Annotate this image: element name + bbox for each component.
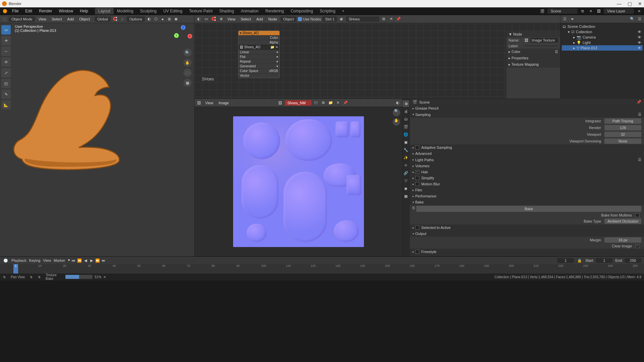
panel-lightpaths[interactable]: ▸Light Paths☰ (410, 157, 644, 163)
bake-button[interactable]: Bake (416, 206, 641, 212)
panel-freestyle[interactable]: ▸Freestyle (410, 249, 644, 255)
shading-wire-icon[interactable]: ⬡ (153, 16, 159, 22)
editor-shader-icon[interactable]: ◐ (196, 16, 202, 22)
panel-output[interactable]: ▾Output (410, 231, 644, 237)
tab-modifier[interactable]: 🔧 (402, 146, 409, 153)
colorspace-select[interactable]: sRGB (269, 69, 278, 73)
panel-performance[interactable]: ▸Performance (410, 193, 644, 199)
camera-row[interactable]: Camera (583, 35, 596, 39)
use-nodes-toggle[interactable]: Use Nodes (298, 17, 321, 21)
panel-colormgmt[interactable]: ▸Color Management (410, 255, 644, 256)
axis-z-icon[interactable]: Z (181, 25, 185, 30)
shading-matprev-icon[interactable]: ◍ (166, 16, 172, 22)
tool-select-box[interactable]: ▭ (1, 25, 11, 35)
panel-film[interactable]: ▸Film (410, 187, 644, 193)
current-frame-field[interactable]: 1 (557, 258, 574, 263)
pivot-icon[interactable]: ⊕ (218, 16, 224, 22)
axis-x-icon[interactable]: X (187, 34, 192, 39)
panel-advanced[interactable]: ▸Advanced (410, 150, 644, 157)
tab-sculpting[interactable]: Sculpting (137, 8, 160, 14)
tab-data[interactable]: ▽ (402, 177, 409, 184)
mode-select[interactable]: Object Mode (9, 16, 35, 22)
filter-options-icon[interactable]: ☰ (637, 16, 643, 22)
light-row[interactable]: Light (583, 41, 591, 45)
margin-field[interactable]: 16 px (604, 237, 641, 243)
frame-start-field[interactable]: 1 (596, 258, 612, 263)
vp-menu-object[interactable]: Object (77, 16, 92, 22)
timeline-type-icon[interactable]: 🕒 (3, 257, 9, 263)
next-key-icon[interactable]: ⏩ (95, 258, 100, 263)
jump-end-icon[interactable]: ⏭ (101, 258, 106, 263)
breadcrumb[interactable]: Scene (419, 100, 430, 104)
material-name-field[interactable]: SHoes (346, 16, 379, 22)
out-color[interactable]: Color (270, 36, 278, 40)
viewport-samples-field[interactable]: 32 (604, 132, 641, 137)
tab-texturepaint[interactable]: Texture Paint (186, 8, 216, 14)
menu-render[interactable]: Render (36, 8, 55, 14)
node-label-field[interactable] (525, 46, 558, 46)
scene-field[interactable]: Scene (547, 8, 578, 14)
pan-icon[interactable]: ✋ (183, 59, 192, 67)
outliner[interactable]: ☰ ⏷ 🔍 ☰ 🗂Scene Collection ▾☑Collection👁 … (560, 15, 644, 99)
persp-icon[interactable]: ▦ (183, 79, 192, 87)
cancel-bake-icon[interactable]: ✕ (103, 275, 106, 279)
tab-shading[interactable]: Shading (216, 8, 237, 14)
tab-viewlayer[interactable]: 🗂 (402, 116, 409, 122)
imged-type-icon[interactable]: 🖼 (196, 100, 202, 106)
tab-animation[interactable]: Animation (237, 8, 262, 14)
imged-image[interactable]: Image (217, 100, 231, 106)
panel-motionblur[interactable]: ▸Motion Blur (410, 181, 644, 187)
timeline[interactable]: 🕒 Playback Keying View Marker ● ⏮ ⏪ ◀ ▶ … (0, 256, 644, 273)
nav-gizmo[interactable]: Z Y X (173, 25, 192, 44)
orientation-select[interactable]: Global (95, 16, 111, 22)
img-pan-icon[interactable]: ✋ (393, 118, 400, 126)
menu-help[interactable]: Help (77, 8, 91, 14)
panel-properties[interactable]: ▸ Properties (506, 55, 560, 61)
select-tool-icon[interactable]: ▭ (203, 16, 209, 22)
new-image-icon[interactable]: ⧉ (320, 100, 326, 106)
vp-menu-select[interactable]: Select (50, 16, 64, 22)
node-image-texture[interactable]: ▾ Shoes_AO Color Alpha 🖼 Shoes_AO 📁 ✕ Li… (238, 31, 280, 78)
tab-texture[interactable]: ▦ (402, 193, 409, 199)
node-name-field[interactable]: Image Texture (530, 38, 558, 43)
fake-user-icon[interactable]: 🛡 (313, 100, 319, 106)
play-icon[interactable]: ▶ (89, 258, 94, 263)
filter-icon[interactable]: ⏷ (569, 16, 575, 22)
tl-playback[interactable]: Playback (11, 258, 26, 262)
panel-header-node[interactable]: ▼ Node (506, 31, 560, 37)
panel-texmapping[interactable]: ▸ Texture Mapping (506, 61, 560, 68)
panel-sampling[interactable]: ▾Sampling☰ (410, 111, 644, 118)
panel-simplify[interactable]: ▸Simplify (410, 175, 644, 181)
tab-render[interactable]: 🖥 (402, 100, 409, 107)
menu-window[interactable]: Window (56, 8, 76, 14)
vp-menu-add[interactable]: Add (65, 16, 76, 22)
tab-physics[interactable]: ⚛ (402, 162, 409, 169)
denoise-select[interactable]: None (604, 138, 641, 144)
img-zoom-icon[interactable]: 🔍 (393, 109, 400, 116)
sh-menu-select[interactable]: Select (239, 16, 253, 22)
proportional-icon[interactable]: ○ (119, 16, 125, 22)
close-button[interactable]: ✕ (638, 1, 642, 6)
frame-end-field[interactable]: 250 (625, 258, 641, 263)
tool-cursor[interactable]: ✛ (1, 36, 11, 45)
material-unlink-icon[interactable]: ✕ (388, 16, 394, 22)
scene-collection[interactable]: Scene Collection (568, 24, 595, 28)
panel-adaptive[interactable]: ▸Adaptive Sampling (410, 144, 644, 150)
tab-material[interactable]: ◉ (402, 185, 409, 192)
tab-compositing[interactable]: Compositing (287, 8, 316, 14)
proj-select[interactable]: Flat (240, 55, 246, 59)
bake-sync-icon[interactable]: ⎘ (413, 206, 415, 212)
tool-move[interactable]: ↔ (1, 47, 11, 56)
maximize-button[interactable]: ▢ (628, 1, 632, 6)
tab-modeling[interactable]: Modeling (114, 8, 137, 14)
plane-row[interactable]: Plane.013 (581, 46, 597, 50)
pin-image-icon[interactable]: 📌 (342, 100, 348, 106)
tl-view[interactable]: View (43, 258, 51, 262)
viewlayer-field[interactable]: View Layer (604, 8, 634, 14)
autokey-icon[interactable]: ● (68, 258, 70, 263)
sh-menu-node[interactable]: Node (266, 16, 279, 22)
tab-rendering[interactable]: Rendering (262, 8, 287, 14)
render-samples-field[interactable]: 128 (604, 125, 641, 130)
tab-world[interactable]: 🌐 (402, 131, 409, 138)
tab-particles[interactable]: ✨ (402, 154, 409, 161)
